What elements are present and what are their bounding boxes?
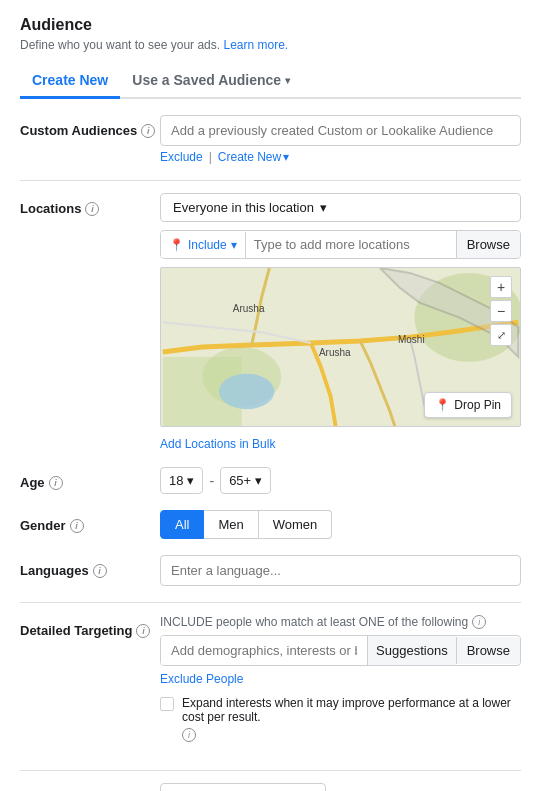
create-new-chevron-icon: ▾ <box>283 150 289 164</box>
languages-label: Languages i <box>20 555 160 578</box>
detailed-targeting-label: Detailed Targeting i <box>20 615 160 638</box>
locations-label: Locations i <box>20 193 160 216</box>
location-dropdown-chevron-icon: ▾ <box>320 200 327 215</box>
create-new-link[interactable]: Create New ▾ <box>218 150 289 164</box>
map-label-arusha-nw: Arusha <box>233 303 265 314</box>
custom-audiences-label: Custom Audiences i <box>20 115 160 138</box>
age-separator: - <box>209 473 214 489</box>
targeting-input[interactable] <box>161 636 367 665</box>
gender-all-button[interactable]: All <box>160 510 204 539</box>
add-connection-type-button[interactable]: Add a connection type ▾ <box>160 783 326 791</box>
divider-1 <box>20 180 521 181</box>
map-container: Arusha Arusha Moshi + − ⤢ 📍 Drop Pin <box>160 267 521 427</box>
location-search-row: 📍 Include ▾ Browse <box>160 230 521 259</box>
age-max-chevron-icon: ▾ <box>255 473 262 488</box>
age-max-select[interactable]: 65+ ▾ <box>220 467 271 494</box>
detailed-targeting-row: Detailed Targeting i INCLUDE people who … <box>20 615 521 754</box>
languages-info-icon[interactable]: i <box>93 564 107 578</box>
exclude-link[interactable]: Exclude <box>160 150 203 164</box>
tabs-row: Create New Use a Saved Audience ▾ <box>20 64 521 99</box>
expand-interests-checkbox[interactable] <box>160 697 174 711</box>
languages-input[interactable] <box>160 555 521 586</box>
gender-label: Gender i <box>20 510 160 533</box>
location-search-input[interactable] <box>246 231 456 258</box>
expand-info-icon[interactable]: i <box>182 728 196 742</box>
tab-create-new[interactable]: Create New <box>20 64 120 99</box>
gender-women-button[interactable]: Women <box>259 510 333 539</box>
gender-content: All Men Women <box>160 510 521 539</box>
add-bulk-link[interactable]: Add Locations in Bulk <box>160 437 521 451</box>
custom-audiences-content: Exclude | Create New ▾ <box>160 115 521 164</box>
locations-info-icon[interactable]: i <box>85 202 99 216</box>
detailed-targeting-info-icon[interactable]: i <box>136 624 150 638</box>
languages-content <box>160 555 521 586</box>
include-chevron-icon: ▾ <box>231 238 237 252</box>
include-text: INCLUDE people who match at least ONE of… <box>160 615 521 629</box>
age-min-select[interactable]: 18 ▾ <box>160 467 203 494</box>
drop-pin-button[interactable]: 📍 Drop Pin <box>424 392 512 418</box>
page-subtitle: Define who you want to see your ads. Lea… <box>20 38 521 52</box>
locations-content: Everyone in this location ▾ 📍 Include ▾ … <box>160 193 521 451</box>
map-label-arusha-center: Arusha <box>319 347 351 358</box>
include-button[interactable]: 📍 Include ▾ <box>161 232 246 258</box>
tab-use-saved[interactable]: Use a Saved Audience ▾ <box>120 64 302 99</box>
map-label-moshi: Moshi <box>398 334 425 345</box>
location-type-dropdown[interactable]: Everyone in this location ▾ <box>160 193 521 222</box>
pin-icon: 📍 <box>169 238 184 252</box>
custom-audiences-info-icon[interactable]: i <box>141 124 155 138</box>
gender-men-button[interactable]: Men <box>204 510 258 539</box>
expand-checkbox-row: Expand interests when it may improve per… <box>160 696 521 742</box>
map-fullscreen-button[interactable]: ⤢ <box>490 324 512 346</box>
age-info-icon[interactable]: i <box>49 476 63 490</box>
gender-row: Gender i All Men Women <box>20 510 521 539</box>
locations-row: Locations i Everyone in this location ▾ … <box>20 193 521 451</box>
divider-3 <box>20 770 521 771</box>
age-row: Age i 18 ▾ - 65+ ▾ <box>20 467 521 494</box>
targeting-browse-button[interactable]: Browse <box>456 637 520 664</box>
age-min-chevron-icon: ▾ <box>187 473 194 488</box>
exclude-people-link[interactable]: Exclude People <box>160 672 521 686</box>
suggestions-button[interactable]: Suggestions <box>367 636 456 665</box>
tab-saved-chevron: ▾ <box>285 75 290 86</box>
custom-audiences-row: Custom Audiences i Exclude | Create New … <box>20 115 521 164</box>
detailed-targeting-content: INCLUDE people who match at least ONE of… <box>160 615 521 742</box>
map-zoom-in-button[interactable]: + <box>490 276 512 298</box>
expand-interests-text: Expand interests when it may improve per… <box>182 696 521 742</box>
age-content: 18 ▾ - 65+ ▾ <box>160 467 521 494</box>
connections-content: Add a connection type ▾ <box>160 783 521 791</box>
gender-controls: All Men Women <box>160 510 521 539</box>
custom-audiences-input[interactable] <box>160 115 521 146</box>
page-title: Audience <box>20 16 521 34</box>
drop-pin-icon: 📍 <box>435 398 450 412</box>
include-text-info-icon[interactable]: i <box>472 615 486 629</box>
connections-row: Connections i Add a connection type ▾ <box>20 783 521 791</box>
languages-row: Languages i <box>20 555 521 586</box>
age-controls: 18 ▾ - 65+ ▾ <box>160 467 521 494</box>
location-browse-button[interactable]: Browse <box>456 231 520 258</box>
map-zoom-out-button[interactable]: − <box>490 300 512 322</box>
divider-2 <box>20 602 521 603</box>
learn-more-link[interactable]: Learn more. <box>223 38 288 52</box>
gender-info-icon[interactable]: i <box>70 519 84 533</box>
map-controls: + − ⤢ <box>490 276 512 346</box>
connections-label: Connections i <box>20 783 160 791</box>
svg-point-4 <box>219 374 274 410</box>
custom-audiences-links: Exclude | Create New ▾ <box>160 150 521 164</box>
targeting-input-row: Suggestions Browse <box>160 635 521 666</box>
age-label: Age i <box>20 467 160 490</box>
